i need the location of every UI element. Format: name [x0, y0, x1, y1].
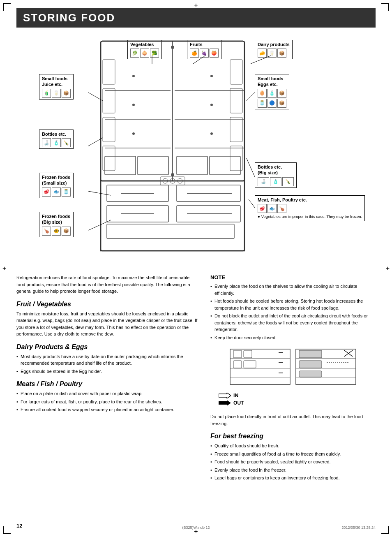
svg-rect-14 — [103, 60, 115, 84]
note-item-4: Keep the door securely closed. — [210, 334, 376, 341]
right-diagram: IN OUT Do not place food directly in fro… — [210, 344, 376, 427]
svg-point-36 — [171, 173, 174, 176]
note-list: Evenly place the food on the shelves to … — [210, 283, 376, 341]
svg-marker-74 — [219, 393, 231, 398]
freezing-item-5: Label bags or containers to keep an inve… — [210, 475, 376, 481]
bottles-right-label: Bottles etc.(Big size) — [258, 164, 294, 176]
sf-icon-2: 🥛 — [52, 89, 61, 98]
small-foods-left-label: Small foodsJuice etc. — [42, 76, 71, 88]
sf-icon-3: 📦 — [62, 89, 71, 98]
veg-note: ● Vegetables are improper in this case. … — [258, 214, 362, 219]
freezing-list: Quality of foods should be fresh. Freeze… — [210, 442, 376, 481]
svg-rect-70 — [299, 350, 322, 358]
svg-point-39 — [132, 104, 135, 106]
intro-text: Refrigeration reduces the rate of food s… — [16, 274, 198, 295]
small-foods-right-icons-row2: 🫙 🔵 📦 — [258, 99, 286, 108]
label-bottles-right: Bottles etc.(Big size) 🍶 🧴 🍾 — [255, 162, 297, 188]
page: STORING FOOD Vegetables 🥬 🧅 🥦 Fruits 🍊 🍇 — [0, 0, 392, 537]
svg-rect-53 — [230, 349, 290, 384]
meat-label: Meat, Fish, Poultry etc. — [258, 197, 362, 203]
out-row: OUT — [219, 400, 244, 406]
small-foods-right-icons-row1: 🥚 🧴 📦 — [258, 89, 286, 98]
svg-rect-19 — [230, 88, 242, 113]
note-item-2: Hot foods should be cooled before storin… — [210, 298, 376, 311]
out-label: OUT — [233, 400, 244, 406]
corner-mark-bl — [3, 526, 11, 534]
center-mark-bottom — [193, 529, 199, 535]
corner-mark-br — [381, 526, 389, 534]
dairy-icon-2: 🥛 — [267, 49, 277, 58]
in-out-labels: IN OUT — [219, 393, 244, 406]
botr-icon-1: 🍶 — [258, 177, 269, 186]
meats-item-1: Place on a plate or dish and cover with … — [16, 390, 198, 397]
dairy-icon-1: 🧀 — [258, 49, 267, 58]
freezing-item-1: Quality of foods should be fresh. — [210, 442, 376, 449]
svg-point-41 — [132, 132, 135, 135]
svg-line-52 — [249, 199, 255, 208]
in-row: IN — [219, 393, 244, 398]
meats-item-2: For larger cuts of meat, fish, or poultr… — [16, 398, 198, 405]
dairy-icon-3: 📦 — [277, 49, 286, 58]
note-item-1: Evenly place the food on the shelves to … — [210, 283, 376, 296]
label-small-foods-left: Small foodsJuice etc. 🧃 🥛 📦 — [39, 74, 74, 100]
frz-icon-2: 🐟 — [52, 187, 61, 197]
svg-point-37 — [132, 75, 135, 77]
meats-item-3: Ensure all cooked food is wrapped secure… — [16, 406, 198, 413]
in-label: IN — [233, 393, 238, 398]
frz-icon-1: 🥩 — [42, 187, 51, 197]
bot-icon-1: 🍶 — [42, 138, 51, 147]
svg-point-38 — [210, 75, 213, 77]
svg-rect-30 — [107, 224, 234, 238]
svg-rect-72 — [299, 371, 322, 377]
frzb-icon-2: 🐠 — [52, 227, 61, 236]
svg-rect-3 — [101, 181, 244, 251]
sfr-icon-6: 📦 — [277, 99, 286, 108]
bottles-left-icons: 🍶 🧴 🍾 — [42, 138, 71, 147]
note-item-3: Do not block the outlet and inlet of the… — [210, 312, 376, 333]
label-dairy: Dairy products 🧀 🥛 📦 — [255, 40, 293, 59]
svg-rect-63 — [244, 361, 256, 368]
section-meats-title: Meats / Fish / Poultry — [16, 380, 198, 388]
sfr-icon-1: 🥚 — [258, 89, 267, 98]
dairy-item-2: Eggs should be stored in the Egg holder. — [16, 368, 198, 375]
frzb-icon-1: 🍗 — [42, 227, 51, 236]
svg-rect-62 — [233, 361, 242, 368]
svg-rect-16 — [103, 117, 115, 142]
section-fruit-veg-text: To minimize moisture loss, fruit and veg… — [16, 310, 198, 338]
small-foods-right-label: Small foodsEggs etc. — [258, 76, 286, 88]
dairy-label: Dairy products — [258, 42, 290, 47]
dairy-icons: 🧀 🥛 📦 — [258, 49, 290, 58]
label-small-foods-right: Small foodsEggs etc. 🥚 🧴 📦 🫙 🔵 📦 — [255, 74, 289, 109]
frozen-small-icons: 🥩 🐟 🫙 — [42, 187, 71, 197]
freezing-item-4: Evenly place the food in the freezer. — [210, 467, 376, 474]
footer-date: 2012/05/30 13:28:24 — [341, 525, 376, 530]
label-frozen-big: Frozen foods(Big size) 🍗 🐠 📦 — [39, 212, 74, 237]
note-title: NOTE — [210, 274, 376, 280]
botr-icon-3: 🍾 — [282, 177, 294, 186]
meat-icon-1: 🥩 — [258, 204, 267, 213]
shelf-diagram-top — [229, 348, 291, 385]
sfr-icon-4: 🫙 — [258, 99, 267, 108]
section-fruit-veg-title: Fruit / Vegetables — [16, 301, 198, 308]
frozen-big-label: Frozen foods(Big size) — [42, 213, 71, 225]
bottles-right-icons: 🍶 🧴 🍾 — [258, 177, 294, 186]
meat-icons: 🥩 🐟 🍗 — [258, 204, 362, 213]
bot-icon-2: 🧴 — [52, 138, 61, 147]
bottom-content: Refrigeration reduces the rate of food s… — [16, 274, 376, 483]
frzb-icon-3: 📦 — [62, 227, 71, 236]
frozen-big-icons: 🍗 🐠 📦 — [42, 227, 71, 236]
svg-rect-13 — [210, 156, 240, 175]
svg-rect-61 — [244, 350, 252, 358]
sfr-icon-2: 🧴 — [267, 89, 277, 98]
label-bottles-left: Bottles etc. 🍶 🧴 🍾 — [39, 130, 74, 149]
svg-rect-60 — [233, 350, 242, 358]
in-arrow-icon — [219, 393, 231, 398]
bot-icon-3: 🍾 — [62, 138, 71, 147]
frozen-small-label: Frozen foods(Small size) — [42, 174, 71, 186]
label-meat: Meat, Fish, Poultry etc. 🥩 🐟 🍗 ● Vegetab… — [255, 195, 365, 221]
footer-file: (B325)W.indb 12 — [182, 525, 210, 530]
center-mark-left — [2, 265, 6, 272]
svg-rect-15 — [103, 88, 115, 113]
section-freezing-title: For best freezing — [210, 433, 376, 440]
dairy-item-1: Most dairy products have a use by date o… — [16, 353, 198, 367]
